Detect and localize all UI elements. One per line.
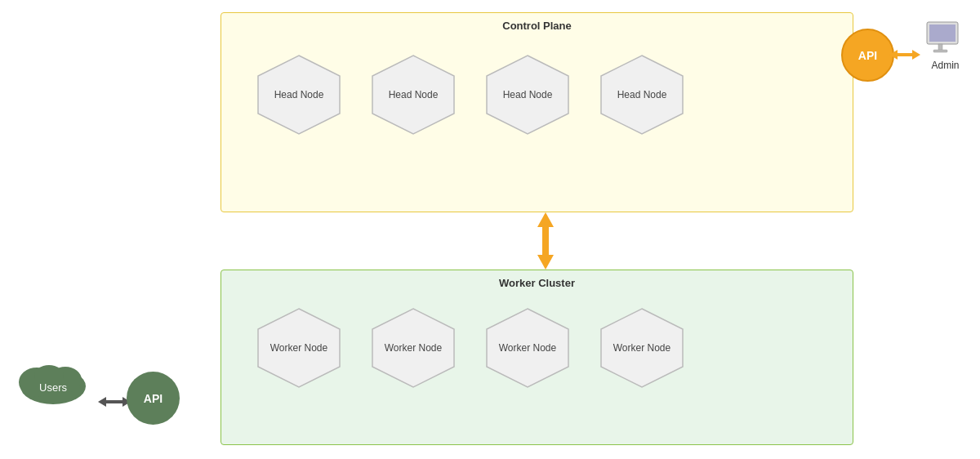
- worker-node-1-label: Worker Node: [270, 342, 327, 354]
- svg-marker-6: [537, 255, 554, 270]
- api-bottom-label: API: [144, 392, 163, 405]
- head-node-4-label: Head Node: [617, 89, 667, 100]
- svg-rect-13: [898, 53, 912, 56]
- worker-node-3-label: Worker Node: [499, 342, 556, 354]
- worker-node-1: Worker Node: [254, 307, 344, 389]
- computer-icon: [923, 20, 968, 57]
- api-circle-top: API: [841, 29, 894, 82]
- admin-area: Admin: [923, 20, 968, 71]
- head-node-4: Head Node: [597, 54, 687, 136]
- worker-node-3: Worker Node: [483, 307, 572, 389]
- control-plane-box: Control Plane Head Node Head Node: [220, 12, 853, 212]
- svg-rect-18: [933, 50, 947, 52]
- api-top-label: API: [858, 49, 877, 62]
- worker-node-2-label: Worker Node: [385, 342, 442, 354]
- api-admin-arrow: [889, 47, 920, 63]
- head-nodes-group: Head Node Head Node Head Node: [254, 54, 687, 136]
- worker-nodes-group: Worker Node Worker Node Worker Node: [254, 307, 687, 389]
- head-node-1: Head Node: [254, 54, 344, 136]
- worker-node-2: Worker Node: [368, 307, 458, 389]
- svg-marker-12: [889, 50, 898, 60]
- head-node-1-label: Head Node: [274, 89, 324, 100]
- head-node-2-label: Head Node: [389, 89, 439, 100]
- worker-cluster-box: Worker Cluster Worker Node Worker Node: [220, 270, 853, 445]
- svg-marker-14: [912, 50, 920, 60]
- vertical-arrow: [529, 212, 562, 270]
- users-api-arrow: [98, 394, 131, 410]
- svg-marker-4: [537, 212, 554, 227]
- head-node-2: Head Node: [368, 54, 458, 136]
- head-node-3-label: Head Node: [503, 89, 553, 100]
- users-cloud: Users: [12, 354, 94, 414]
- admin-label: Admin: [931, 60, 959, 71]
- users-label: Users: [39, 381, 67, 394]
- api-circle-bottom: API: [127, 372, 180, 425]
- cloud-icon: Users: [12, 354, 94, 411]
- worker-cluster-label: Worker Cluster: [499, 277, 575, 289]
- head-node-3: Head Node: [483, 54, 572, 136]
- diagram-container: Control Plane Head Node Head Node: [0, 0, 980, 459]
- worker-node-4-label: Worker Node: [613, 342, 670, 354]
- control-plane-label: Control Plane: [502, 20, 572, 32]
- worker-node-4: Worker Node: [597, 307, 687, 389]
- svg-rect-16: [929, 25, 956, 42]
- svg-rect-24: [106, 400, 122, 403]
- svg-marker-23: [98, 397, 106, 407]
- svg-rect-7: [542, 227, 549, 255]
